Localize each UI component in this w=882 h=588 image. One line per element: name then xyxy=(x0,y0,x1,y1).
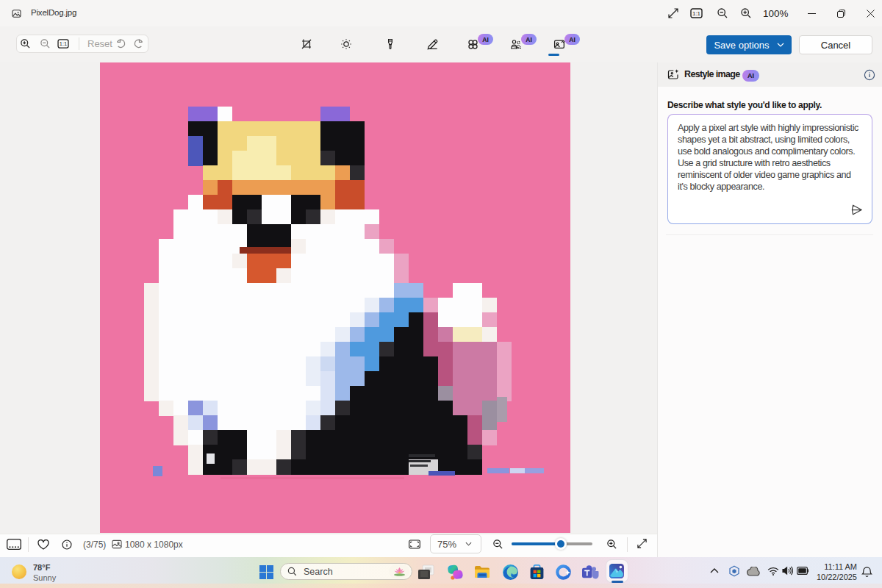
svg-text:1:1: 1:1 xyxy=(692,10,701,17)
svg-text:1:1: 1:1 xyxy=(60,40,67,47)
